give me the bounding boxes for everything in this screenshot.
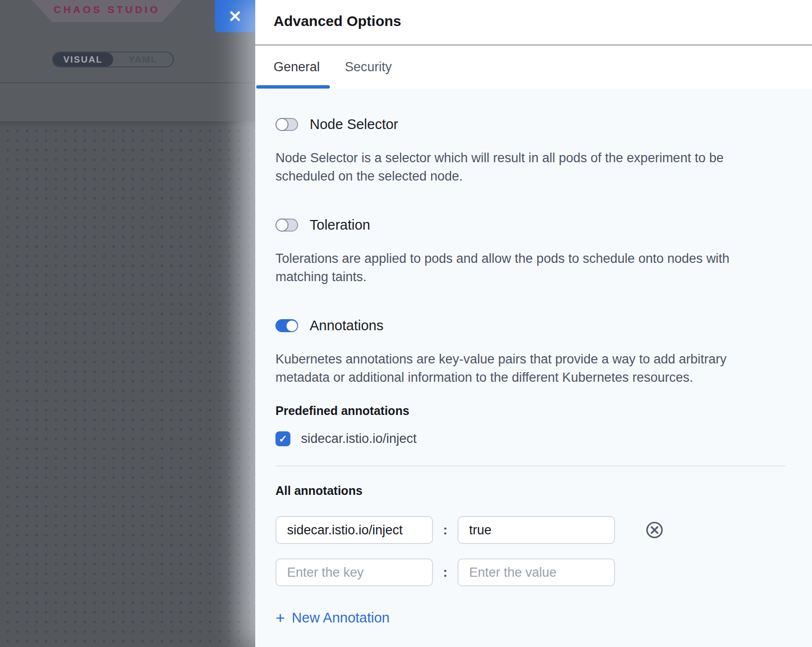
annotations-toggle[interactable] xyxy=(275,319,298,332)
tab-security[interactable]: Security xyxy=(345,60,392,75)
plus-icon: + xyxy=(275,609,285,626)
row-spacer xyxy=(645,563,664,582)
toggle-knob xyxy=(275,118,288,131)
annotation-key-input[interactable] xyxy=(275,516,433,544)
annotation-value-input[interactable] xyxy=(458,516,615,544)
chaos-studio-title: CHAOS STUDIO xyxy=(53,4,160,18)
drawer-tabs: General Security xyxy=(255,46,812,89)
visual-yaml-switch[interactable]: VISUAL YAML xyxy=(52,52,174,67)
annotations-description: Kubernetes annotations are key-value pai… xyxy=(275,350,780,387)
sidecar-inject-checkbox[interactable]: ✓ xyxy=(275,431,290,446)
all-annotations-heading: All annotations xyxy=(275,484,785,498)
annotations-row: Annotations xyxy=(275,318,785,334)
yaml-mode-tab[interactable]: YAML xyxy=(113,52,173,66)
drawer-title: Advanced Options xyxy=(274,13,812,29)
dimmed-app-background: CHAOS STUDIO VISUAL YAML xyxy=(0,0,255,647)
active-tab-indicator xyxy=(256,85,330,89)
toolbar-divider xyxy=(0,82,255,83)
node-selector-description: Node Selector is a selector which will r… xyxy=(275,149,780,185)
remove-annotation-button[interactable] xyxy=(645,520,664,540)
pipeline-dotted-canvas xyxy=(0,121,255,647)
annotations-label: Annotations xyxy=(310,318,383,334)
drawer-header: Advanced Options xyxy=(255,0,812,46)
key-value-separator: : xyxy=(443,565,447,580)
toleration-label: Toleration xyxy=(310,217,370,233)
annotation-key-input[interactable] xyxy=(275,558,433,586)
node-selector-toggle[interactable] xyxy=(275,118,298,131)
circle-x-icon xyxy=(645,520,664,540)
tab-general[interactable]: General xyxy=(274,60,320,75)
key-value-separator: : xyxy=(443,523,447,538)
checkmark-icon: ✓ xyxy=(279,434,288,444)
node-selector-row: Node Selector xyxy=(275,116,785,132)
annotation-row: : xyxy=(275,516,785,544)
node-selector-label: Node Selector xyxy=(310,116,398,132)
new-annotation-button[interactable]: + New Annotation xyxy=(275,609,390,626)
drawer-close-button[interactable]: ✕ xyxy=(215,0,255,32)
chaos-studio-banner: CHAOS STUDIO xyxy=(32,0,182,22)
annotation-value-input[interactable] xyxy=(458,558,615,586)
predefined-annotations-heading: Predefined annotations xyxy=(275,404,785,418)
advanced-options-drawer: Advanced Options General Security Node S… xyxy=(255,0,812,647)
toggle-knob xyxy=(275,219,288,232)
section-divider xyxy=(275,466,785,466)
toggle-knob xyxy=(287,321,297,331)
new-annotation-label: New Annotation xyxy=(292,610,390,626)
general-tab-panel: Node Selector Node Selector is a selecto… xyxy=(255,89,812,647)
visual-mode-tab[interactable]: VISUAL xyxy=(53,52,113,66)
close-icon: ✕ xyxy=(228,8,242,25)
predefined-annotation-item: ✓ sidecar.istio.io/inject xyxy=(275,431,785,446)
toleration-description: Tolerations are applied to pods and allo… xyxy=(275,249,780,286)
toleration-row: Toleration xyxy=(275,217,785,233)
toleration-toggle[interactable] xyxy=(275,219,298,232)
annotation-row: : xyxy=(275,558,785,586)
sidecar-inject-checkbox-label: sidecar.istio.io/inject xyxy=(301,431,417,446)
